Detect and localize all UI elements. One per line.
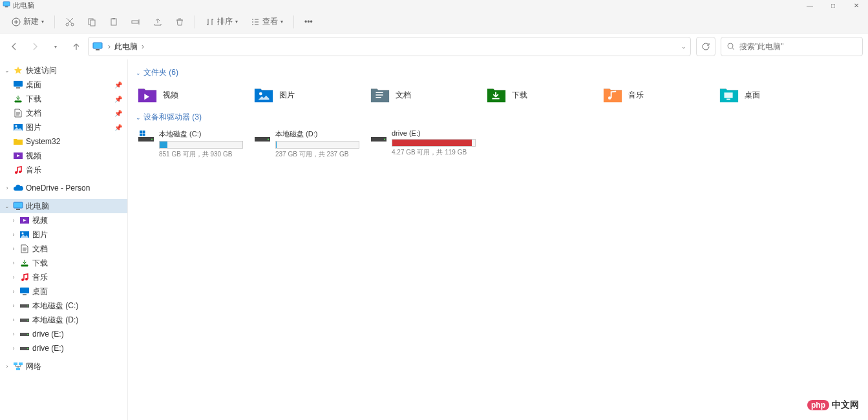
sidebar-item[interactable]: 图片 📌 (0, 120, 127, 134)
caret-down-icon[interactable]: ⌄ (4, 203, 10, 209)
folder-item[interactable]: 图片 (252, 83, 368, 107)
caret-right-icon[interactable]: › (10, 231, 17, 238)
sidebar-item[interactable]: › 视频 (0, 213, 127, 227)
svg-rect-47 (143, 131, 145, 133)
sidebar-quick-access[interactable]: ⌄ 快速访问 (0, 63, 127, 78)
sidebar-item[interactable]: › 音乐 (0, 270, 127, 284)
sidebar-label: 下载 (26, 94, 41, 105)
video-icon (13, 151, 23, 161)
music-icon (19, 272, 30, 282)
caret-right-icon[interactable]: › (4, 363, 10, 370)
document-icon (19, 244, 30, 254)
sidebar-item[interactable]: System32 (0, 134, 127, 149)
caret-right-icon[interactable]: › (10, 317, 17, 323)
delete-button[interactable] (170, 13, 189, 31)
paste-button[interactable] (104, 13, 123, 31)
svg-point-51 (268, 139, 269, 140)
ellipsis-icon: ••• (304, 17, 313, 26)
caret-right-icon[interactable]: › (10, 246, 17, 252)
sidebar-label: 文档 (26, 108, 41, 119)
view-button[interactable]: 查看 ▾ (246, 13, 288, 31)
sidebar-item[interactable]: 文档 📌 (0, 106, 127, 120)
new-button[interactable]: 新建 ▾ (6, 13, 49, 31)
svg-rect-28 (23, 294, 26, 295)
breadcrumb[interactable]: 此电脑 (112, 41, 140, 52)
caret-right-icon[interactable]: › (10, 217, 17, 224)
caret-right-icon[interactable]: › (10, 274, 17, 280)
caret-right-icon[interactable]: › (4, 185, 10, 191)
folder-label: 视频 (163, 90, 178, 101)
drive-label: 本地磁盘 (C:) (159, 129, 251, 139)
caret-right-icon[interactable]: › (10, 288, 17, 295)
up-button[interactable] (67, 37, 85, 56)
folder-item[interactable]: 桌面 (717, 83, 834, 107)
forward-button[interactable] (26, 37, 44, 56)
drive-item[interactable]: 本地磁盘 (D:) 237 GB 可用，共 237 GB (252, 128, 368, 160)
folder-label: 下载 (512, 90, 527, 101)
sidebar-label: drive (E:) (32, 344, 64, 353)
caret-right-icon[interactable]: › (10, 345, 17, 352)
chevron-right-icon[interactable]: › (107, 42, 112, 51)
sidebar-item[interactable]: › 下载 (0, 256, 127, 270)
cut-button[interactable] (60, 13, 79, 31)
folder-item[interactable]: 音乐 (601, 83, 717, 107)
recent-button[interactable]: ▾ (47, 37, 65, 56)
close-button[interactable]: ✕ (845, 0, 868, 10)
folders-section-header[interactable]: ⌄ 文件夹 (6) (136, 67, 860, 78)
sidebar-item[interactable]: 音乐 (0, 163, 127, 177)
svg-rect-48 (140, 134, 142, 136)
sidebar-item[interactable]: 桌面 📌 (0, 78, 127, 92)
drives-section-header[interactable]: ⌄ 设备和驱动器 (3) (136, 112, 860, 123)
back-button[interactable] (5, 37, 23, 56)
refresh-button[interactable] (696, 37, 715, 56)
folder-item[interactable]: 文档 (368, 83, 485, 107)
caret-down-icon[interactable]: ⌄ (4, 67, 10, 74)
sidebar-onedrive[interactable]: › OneDrive - Person (0, 181, 127, 195)
caret-right-icon[interactable]: › (10, 331, 17, 337)
window-title: 此电脑 (13, 1, 34, 10)
folder-item[interactable]: 下载 (485, 83, 601, 107)
svg-rect-11 (96, 49, 100, 50)
copy-button[interactable] (82, 13, 101, 31)
chevron-right-icon[interactable]: › (140, 42, 145, 51)
folder-item[interactable]: 视频 (136, 83, 252, 107)
sidebar-item[interactable]: › 文档 (0, 242, 127, 256)
chevron-down-icon[interactable]: ⌄ (681, 43, 686, 50)
search-box[interactable] (721, 37, 863, 56)
sidebar-item[interactable]: › drive (E:) (0, 327, 127, 341)
sidebar-this-pc[interactable]: ⌄ 此电脑 (0, 199, 127, 213)
search-input[interactable] (739, 42, 857, 51)
toolbar: 新建 ▾ 排序 ▾ 查看 ▾ ••• (0, 10, 868, 34)
sidebar-item[interactable]: › 图片 (0, 227, 127, 242)
pin-icon: 📌 (114, 110, 122, 117)
svg-point-30 (27, 306, 28, 307)
sidebar-item[interactable]: › 本地磁盘 (D:) (0, 313, 127, 327)
sidebar-network[interactable]: › 网络 (0, 359, 127, 373)
sidebar-item[interactable]: 下载 📌 (0, 92, 127, 106)
sidebar-label: 网络 (26, 361, 41, 372)
svg-rect-49 (143, 134, 145, 136)
caret-right-icon[interactable]: › (10, 302, 17, 309)
sidebar-item[interactable]: › 桌面 (0, 284, 127, 299)
sort-button[interactable]: 排序 ▾ (200, 13, 243, 31)
caret-right-icon[interactable]: › (10, 260, 17, 266)
folder-icon (13, 136, 23, 147)
drive-item[interactable]: 本地磁盘 (C:) 851 GB 可用，共 930 GB (136, 128, 252, 160)
sidebar-item[interactable]: 视频 (0, 149, 127, 163)
sidebar-label: 此电脑 (26, 201, 49, 212)
svg-rect-8 (112, 18, 115, 19)
more-button[interactable]: ••• (299, 13, 318, 31)
sidebar-item[interactable]: › drive (E:) (0, 341, 127, 355)
folder-label: 文档 (396, 90, 411, 101)
sidebar-label: 本地磁盘 (C:) (32, 300, 78, 311)
sidebar-item[interactable]: › 本地磁盘 (C:) (0, 299, 127, 313)
view-label: 查看 (262, 16, 278, 27)
drive-item[interactable]: drive (E:) 4.27 GB 可用，共 119 GB (368, 128, 485, 160)
rename-button[interactable] (126, 13, 145, 31)
music-icon (13, 165, 23, 175)
drive-capacity-bar (392, 139, 476, 147)
maximize-button[interactable]: □ (821, 0, 845, 10)
share-button[interactable] (148, 13, 167, 31)
address-bar[interactable]: › 此电脑 › ⌄ (88, 37, 691, 56)
minimize-button[interactable]: — (798, 0, 821, 10)
